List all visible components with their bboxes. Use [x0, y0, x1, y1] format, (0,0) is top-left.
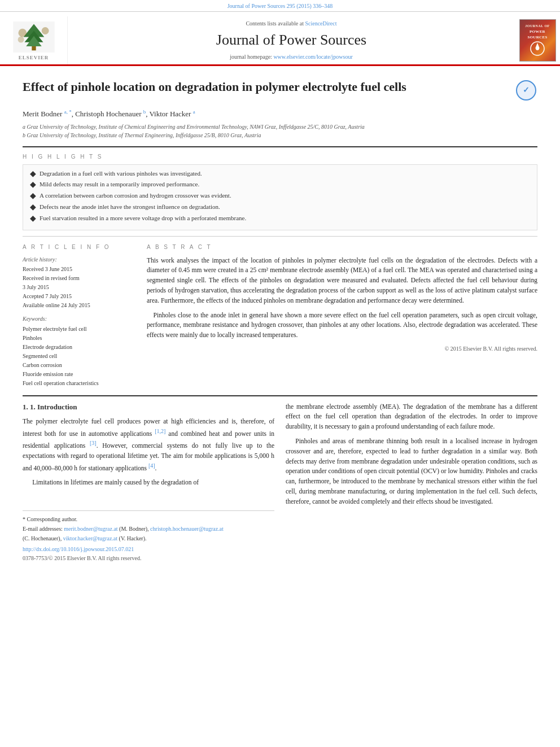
paper-title-section: Effect of pinhole location on degradatio…	[23, 75, 537, 102]
intro-right-column: the membrane electrode assembly (MEA). T…	[286, 402, 537, 563]
paper-content: Effect of pinhole location on degradatio…	[0, 66, 560, 574]
email3-name: (V. Hacker).	[119, 535, 147, 541]
received-date: Received 3 June 2015	[23, 265, 135, 273]
crossmark-icon: ✓	[516, 80, 536, 101]
body-paragraph: the membrane electrode assembly (MEA). T…	[286, 402, 537, 432]
list-item: ◆ A correlation between carbon corrosion…	[30, 191, 530, 201]
list-item: ◆ Mild defects may result in a temporari…	[30, 180, 530, 190]
elsevier-tree-icon	[11, 21, 56, 53]
email-link-2[interactable]: christoph.hochenauer@tugraz.at	[150, 526, 224, 532]
article-info-column: A R T I C L E I N F O Article history: R…	[23, 243, 135, 388]
journal-title: Journal of Power Sources	[216, 30, 366, 50]
list-item: Carbon corrosion	[23, 361, 135, 369]
bullet-icon: ◆	[30, 169, 36, 179]
list-item: Polymer electrolyte fuel cell	[23, 325, 135, 333]
contents-available-line: Contents lists available at ScienceDirec…	[246, 20, 336, 28]
highlight-text: Degradation in a fuel cell with various …	[40, 169, 202, 178]
list-item: ◆ Fuel starvation resulted in a more sev…	[30, 214, 530, 224]
email-label: E-mail addresses:	[23, 526, 64, 532]
accepted-date: Accepted 7 July 2015	[23, 292, 135, 300]
abstract-paragraph-1: This work analyses the impact of the loc…	[147, 256, 537, 306]
journal-header: ELSEVIER Contents lists available at Sci…	[0, 12, 560, 66]
doi-link[interactable]: http://dx.doi.org/10.1016/j.jpowsour.201…	[23, 546, 134, 552]
intro-heading: 1. 1. Introduction	[23, 402, 274, 412]
corresponding-author-note: * Corresponding author.	[23, 516, 274, 523]
paper-title: Effect of pinhole location on degradatio…	[23, 79, 506, 95]
section-number: 1.	[23, 403, 30, 411]
email1-name: (M. Bodner),	[119, 526, 149, 532]
keywords-block: Keywords: Polymer electrolyte fuel cell …	[23, 315, 135, 387]
journal-homepage-line: journal homepage: www.elsevier.com/locat…	[230, 53, 353, 61]
svg-point-5	[18, 29, 27, 37]
email-link-3[interactable]: viktor.hacker@tugraz.at	[63, 535, 117, 541]
abstract-text: This work analyses the impact of the loc…	[147, 256, 537, 341]
crossmark-badge: ✓	[515, 79, 537, 102]
highlight-text: Mild defects may result in a temporarily…	[40, 180, 199, 189]
abstract-column: A B S T R A C T This work analyses the i…	[147, 243, 537, 388]
list-item: ◆ Degradation in a fuel cell with variou…	[30, 169, 530, 179]
revised-date: 3 July 2015	[23, 283, 135, 291]
bullet-icon: ◆	[30, 214, 36, 224]
section-title: 1. Introduction	[30, 403, 77, 411]
journal-cover-thumbnail: JOURNAL OF POWER SOURCES	[519, 19, 556, 62]
highlights-title: H I G H L I G H T S	[23, 153, 537, 161]
footnote-area: * Corresponding author. E-mail addresses…	[23, 510, 274, 562]
highlights-divider	[23, 236, 537, 237]
copyright-line: © 2015 Elsevier B.V. All rights reserved…	[147, 345, 537, 353]
citation-link[interactable]: [3]	[90, 440, 97, 446]
journal-homepage-link[interactable]: www.elsevier.com/locate/jpowsour	[273, 54, 352, 60]
sciencedirect-link[interactable]: ScienceDirect	[305, 20, 336, 27]
affiliation-a: a Graz University of Technology, Institu…	[23, 123, 537, 131]
issn-line: 0378-7753/© 2015 Elsevier B.V. All right…	[23, 554, 274, 562]
abstract-title: A B S T R A C T	[147, 243, 537, 251]
introduction-section: 1. 1. Introduction The polymer electroly…	[23, 402, 537, 563]
list-item: Fluoride emission rate	[23, 370, 135, 378]
body-paragraph: The polymer electrolyte fuel cell produc…	[23, 417, 274, 474]
body-paragraph: Pinholes and areas of membrane thinning …	[286, 436, 537, 507]
highlights-box: ◆ Degradation in a fuel cell with variou…	[23, 164, 537, 230]
list-item: Fuel cell operation characteristics	[23, 379, 135, 387]
article-info-title: A R T I C L E I N F O	[23, 243, 135, 251]
highlight-text: A correlation between carbon corrosion a…	[40, 191, 231, 200]
body-paragraph: Limitations in lifetimes are mainly caus…	[23, 478, 274, 488]
svg-point-6	[41, 27, 49, 34]
elsevier-logo-section: ELSEVIER	[0, 16, 68, 64]
affiliations: a Graz University of Technology, Institu…	[23, 123, 537, 139]
citation-link[interactable]: [4]	[148, 462, 155, 469]
email-link-1[interactable]: merit.bodner@tugraz.at	[64, 526, 117, 532]
title-divider	[23, 146, 537, 147]
intro-left-column: 1. 1. Introduction The polymer electroly…	[23, 402, 274, 563]
highlight-text: Fuel starvation resulted in a more sever…	[40, 214, 246, 222]
intro-body-right: the membrane electrode assembly (MEA). T…	[286, 402, 537, 507]
svg-point-7	[18, 37, 24, 43]
list-item: Pinholes	[23, 334, 135, 342]
received-revised-label: Received in revised form	[23, 274, 135, 282]
email2-name: (C. Hochenauer),	[23, 535, 62, 541]
list-item: Segmented cell	[23, 352, 135, 360]
list-item: Electrode degradation	[23, 343, 135, 351]
journal-center-info: Contents lists available at ScienceDirec…	[68, 16, 515, 64]
cover-graphic-icon	[526, 40, 549, 57]
abstract-divider	[23, 395, 537, 396]
keywords-label: Keywords:	[23, 315, 135, 323]
email-addresses-line: E-mail addresses: merit.bodner@tugraz.at…	[23, 525, 274, 533]
highlights-section: H I G H L I G H T S ◆ Degradation in a f…	[23, 153, 537, 230]
history-label: Article history:	[23, 256, 135, 264]
top-citation-bar: Journal of Power Sources 295 (2015) 336–…	[0, 0, 560, 12]
doi-line: http://dx.doi.org/10.1016/j.jpowsour.201…	[23, 545, 274, 553]
authors-line: Merit Bodner a, *, Christoph Hochenauer …	[23, 108, 537, 120]
elsevier-wordmark: ELSEVIER	[19, 54, 49, 62]
bullet-icon: ◆	[30, 203, 36, 212]
journal-logo-right: JOURNAL OF POWER SOURCES	[515, 16, 560, 64]
article-body: A R T I C L E I N F O Article history: R…	[23, 243, 537, 388]
affiliation-b: b Graz University of Technology, Institu…	[23, 131, 537, 139]
highlight-text: Defects near the anode inlet have the st…	[40, 203, 220, 211]
intro-body-left: The polymer electrolyte fuel cell produc…	[23, 417, 274, 488]
journal-citation: Journal of Power Sources 295 (2015) 336–…	[228, 3, 333, 9]
available-date: Available online 24 July 2015	[23, 302, 135, 309]
abstract-paragraph-2: Pinholes close to the anode inlet in gen…	[147, 311, 537, 340]
email-line-2: (C. Hochenauer), viktor.hacker@tugraz.at…	[23, 535, 274, 543]
bullet-icon: ◆	[30, 180, 36, 190]
article-history-block: Article history: Received 3 June 2015 Re…	[23, 256, 135, 309]
citation-link[interactable]: [1,2]	[155, 428, 165, 434]
